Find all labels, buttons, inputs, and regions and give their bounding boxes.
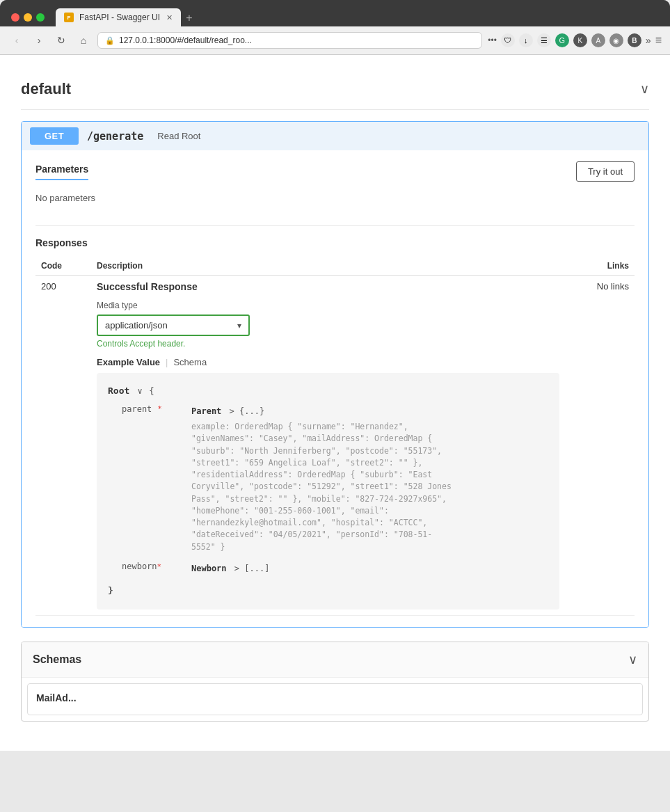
method-badge: GET [30, 127, 79, 145]
home-button[interactable]: ⌂ [75, 32, 92, 49]
address-bar[interactable]: 🔒 127.0.0.1:8000/#/default/read_roo... [97, 32, 482, 49]
schemas-content: MailAd... [22, 677, 648, 715]
media-type-value: application/json [105, 320, 168, 331]
schemas-header[interactable]: Schemas ∨ [22, 642, 648, 677]
parent-example-value: example: OrderedMap { "surname": "Hernan… [191, 421, 456, 553]
parent-type[interactable]: Parent [191, 406, 221, 416]
tab-favicon: F [64, 13, 74, 22]
page-content: default ∨ GET /generate Read Root Parame… [0, 55, 670, 751]
response-description: Successful Response [97, 281, 559, 292]
parent-field-name: parent [122, 403, 152, 416]
parameters-header: Parameters Try it out [35, 161, 635, 182]
media-type-label: Media type [97, 301, 559, 310]
schemas-section: Schemas ∨ MailAd... [21, 642, 649, 722]
traffic-lights [11, 13, 45, 22]
extensions-more-icon[interactable]: » [646, 35, 651, 46]
refresh-button[interactable]: ↻ [53, 32, 70, 49]
schemas-collapse-chevron[interactable]: ∨ [628, 652, 637, 667]
root-brace-open: { [149, 385, 154, 396]
maximize-button[interactable] [36, 13, 45, 22]
shield-icon: 🛡 [501, 33, 515, 47]
no-parameters-text: No parameters [35, 187, 635, 214]
download-icon[interactable]: ↓ [519, 33, 533, 47]
more-icon[interactable]: ••• [488, 35, 497, 45]
newborn-type-row: Newborn > [...] [191, 562, 548, 575]
section-title: default [21, 80, 71, 98]
newborn-field-name: newborn [122, 562, 157, 571]
active-tab[interactable]: F FastAPI - Swagger UI ✕ [56, 8, 181, 26]
parent-example-text: OrderedMap { "surname": "Hernandez", "gi… [191, 422, 452, 552]
responses-table: Code Description Links 200 Successful Re… [35, 257, 635, 616]
parameters-title: Parameters [35, 164, 88, 180]
section-header: default ∨ [21, 69, 649, 110]
parent-required-star: * [157, 403, 162, 416]
schema-box: Root ∨ { parent* [97, 373, 559, 610]
url-text: 127.0.0.1:8000/#/default/read_roo... [119, 35, 252, 45]
newborn-type[interactable]: Newborn [191, 564, 227, 573]
newborn-required-star: * [157, 562, 162, 571]
grammarly-icon[interactable]: G [555, 33, 569, 47]
section-collapse-chevron[interactable]: ∨ [640, 81, 649, 97]
extension-icon-b[interactable]: B [628, 33, 641, 47]
reading-list-icon[interactable]: ☰ [537, 33, 551, 47]
root-brace-close: } [108, 584, 548, 598]
endpoint-header[interactable]: GET /generate Read Root [22, 122, 648, 150]
browser-window: F FastAPI - Swagger UI ✕ + ‹ › ↻ ⌂ 🔒 127… [0, 0, 670, 55]
code-column-header: Code [35, 257, 91, 276]
try-it-out-button[interactable]: Try it out [576, 161, 635, 182]
example-value-tab[interactable]: Example Value [97, 357, 160, 367]
title-bar: F FastAPI - Swagger UI ✕ + [0, 0, 670, 26]
tab-title: FastAPI - Swagger UI [79, 13, 160, 22]
close-button[interactable] [11, 13, 19, 22]
forward-button[interactable]: › [31, 32, 47, 49]
minimize-button[interactable] [24, 13, 32, 22]
parent-expand-icon: > {...} [230, 406, 265, 416]
back-button[interactable]: ‹ [8, 32, 25, 49]
extension-icon-a[interactable]: A [591, 33, 605, 47]
endpoint-card: GET /generate Read Root Parameters Try i… [21, 121, 649, 628]
tab-divider: | [166, 357, 168, 367]
new-tab-button[interactable]: + [181, 10, 198, 26]
parent-example-label: example: [191, 422, 230, 431]
response-description-cell: Successful Response Media type applicati… [91, 276, 565, 616]
extension-icon-circle[interactable]: ◉ [609, 33, 623, 47]
schemas-title: Schemas [33, 653, 81, 666]
tab-close-button[interactable]: ✕ [166, 13, 173, 22]
description-column-header: Description [91, 257, 565, 276]
no-links-text: No links [565, 276, 635, 616]
menu-icon[interactable]: ≡ [655, 34, 662, 47]
endpoint-path: /generate [87, 130, 143, 143]
root-collapse-icon[interactable]: ∨ [138, 386, 143, 396]
tab-bar: F FastAPI - Swagger UI ✕ + [56, 8, 659, 26]
schema-tab[interactable]: Schema [173, 357, 207, 367]
parent-type-row: Parent > {...} [191, 405, 548, 418]
toolbar-icons: ••• 🛡 ↓ ☰ G K A ◉ B » ≡ [488, 33, 662, 47]
links-column-header: Links [565, 257, 635, 276]
mailaddress-schema-item[interactable]: MailAd... [27, 683, 643, 715]
endpoint-body: Parameters Try it out No parameters Resp… [22, 150, 648, 627]
responses-title: Responses [35, 225, 635, 248]
newborn-expand-icon: > [...] [234, 564, 270, 573]
endpoint-description: Read Root [157, 131, 200, 141]
media-type-select[interactable]: application/json ▾ [97, 315, 250, 336]
schema-root-label: Root [108, 385, 129, 396]
mailaddress-title: MailAd... [36, 692, 634, 703]
browser-toolbar: ‹ › ↻ ⌂ 🔒 127.0.0.1:8000/#/default/read_… [0, 26, 670, 55]
example-schema-tabs: Example Value | Schema [97, 357, 559, 367]
select-arrow-icon: ▾ [237, 321, 241, 331]
controls-label: Controls Accept header. [97, 339, 559, 349]
schema-fields: parent* Parent > {...} example: OrderedM… [122, 403, 548, 576]
response-code: 200 [35, 276, 91, 616]
response-row-200: 200 Successful Response Media type appli… [35, 276, 635, 616]
extension-icon-k[interactable]: K [573, 33, 587, 47]
